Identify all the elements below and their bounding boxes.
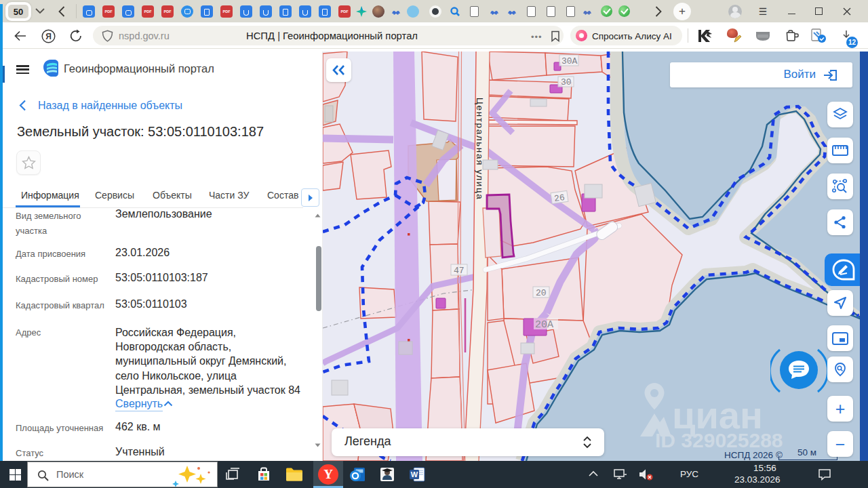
svg-text:30: 30 — [561, 77, 572, 87]
svg-text:20А: 20А — [535, 319, 553, 331]
svg-text:Я: Я — [45, 32, 52, 41]
svg-text:47: 47 — [454, 266, 465, 276]
svg-text:30А: 30А — [561, 56, 578, 66]
svg-text:26: 26 — [553, 192, 566, 204]
svg-text:ID 329025288: ID 329025288 — [655, 429, 783, 451]
svg-text:Центральная улица: Центральная улица — [475, 98, 485, 200]
svg-text:W: W — [410, 470, 418, 479]
svg-text:20: 20 — [536, 288, 547, 298]
